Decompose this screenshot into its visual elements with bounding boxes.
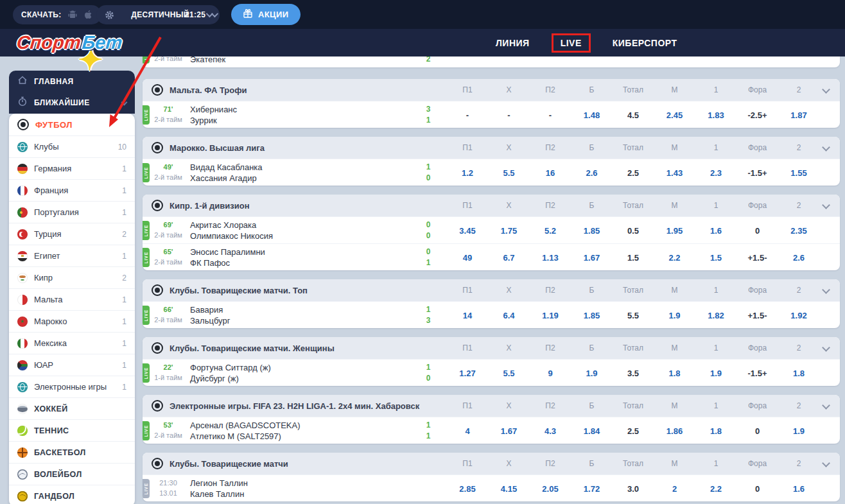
odds-cell[interactable]: 1.84	[571, 426, 613, 436]
time-pill[interactable]: 21:25	[181, 5, 220, 24]
collapse-chevron-icon[interactable]	[822, 286, 830, 294]
sidebar-league-item[interactable]: Марокко1	[9, 311, 135, 333]
sidebar-item-гандбол[interactable]: ГАНДБОЛ	[9, 485, 135, 504]
odds-cell[interactable]: 1.8	[654, 369, 695, 378]
nav-item-линия[interactable]: ЛИНИЯ	[496, 38, 530, 48]
sidebar-league-item[interactable]: Франция1	[9, 180, 135, 202]
odds-cell[interactable]: 9	[530, 369, 571, 378]
odds-cell[interactable]: 2.6	[778, 253, 819, 263]
sidebar-item-волейбол[interactable]: ВОЛЕЙБОЛ	[9, 464, 135, 485]
odds-cell[interactable]: 6.4	[489, 311, 530, 320]
odds-cell[interactable]: 2.6	[571, 168, 613, 178]
odds-cell[interactable]: 1.9	[695, 369, 736, 378]
sidebar-league-item[interactable]: Мальта1	[9, 289, 135, 311]
odds-cell[interactable]: 4	[447, 426, 488, 436]
odds-cell[interactable]: 5.5	[489, 168, 530, 178]
odds-cell[interactable]: 1.95	[654, 226, 695, 236]
team-names[interactable]: Легион ТаллинКалев Таллин	[190, 478, 248, 500]
odds-cell[interactable]: 1.27	[447, 369, 488, 378]
odds-cell[interactable]: 1.6	[695, 226, 736, 236]
league-header[interactable]: Марокко. Высшая лигаП1XП2БТоталМ1Фора2	[143, 137, 840, 159]
odds-cell[interactable]: 1.55	[778, 168, 819, 178]
collapse-chevron-icon[interactable]	[822, 459, 830, 467]
team-names[interactable]: БаварияЗальцбург	[190, 304, 230, 326]
odds-cell[interactable]: 1.8	[778, 369, 819, 378]
sidebar-league-item[interactable]: Мексика1	[9, 333, 135, 354]
sidebar-league-item[interactable]: Клубы10	[9, 136, 135, 158]
sidebar-league-item[interactable]: Египет1	[9, 245, 135, 267]
match-row[interactable]: LIVE71'2-й таймХиберниансЗуррик31---1.48…	[143, 101, 840, 128]
odds-cell[interactable]: 1.86	[654, 426, 695, 436]
match-row[interactable]: LIVE22'1-й таймФортуна Ситтард (ж)Дуйсбу…	[143, 359, 840, 386]
android-icon[interactable]	[67, 10, 78, 20]
odds-cell[interactable]: 1.8	[695, 426, 736, 436]
collapse-chevron-icon[interactable]	[822, 343, 830, 352]
sidebar-item-теннис[interactable]: ТЕННИС	[9, 420, 135, 442]
match-row[interactable]: LIVE53'2-й таймАрсенал (BAGADSCOTEKA)Атл…	[143, 417, 840, 444]
odds-cell[interactable]: 4.15	[489, 484, 530, 494]
download-pill[interactable]: СКАЧАТЬ:	[13, 5, 101, 24]
sidebar-league-item[interactable]: Кипр2	[9, 267, 135, 289]
sidebar-item-football[interactable]: ФУТБОЛ	[9, 114, 135, 136]
odds-cell[interactable]: 1.72	[571, 484, 613, 494]
league-header[interactable]: Клубы. Товарищеские матчи. ТопП1XП2БТота…	[143, 279, 840, 301]
nav-item-киберспорт[interactable]: КИБЕРСПОРТ	[613, 38, 677, 48]
odds-cell[interactable]: 5.5	[489, 369, 530, 378]
odds-cell[interactable]: 1.92	[778, 311, 819, 320]
odds-cell[interactable]: 2	[654, 484, 695, 494]
odds-cell[interactable]: 1.13	[530, 253, 571, 263]
sidebar-item-баскетбол[interactable]: БАСКЕТБОЛ	[9, 442, 135, 464]
odds-cell[interactable]: 1.43	[654, 168, 695, 178]
sidebar-item-ближайшие[interactable]: БЛИЖАЙШИЕ	[9, 92, 135, 113]
odds-cell[interactable]: 2.45	[654, 110, 695, 120]
odds-cell[interactable]: 1.87	[778, 110, 819, 120]
league-header[interactable]: Электронные игры. FIFA 23. H2H LIGA-1. 2…	[143, 395, 840, 417]
team-names[interactable]: Фортуна Ситтард (ж)Дуйсбург (ж)	[190, 362, 271, 384]
odds-cell[interactable]: 5.2	[530, 226, 571, 236]
odds-cell[interactable]: 1.85	[571, 226, 613, 236]
team-names[interactable]: Акритас ХлоракаОлимпиакос Никосия	[190, 220, 273, 241]
collapse-chevron-icon[interactable]	[822, 201, 830, 209]
sportbet-logo[interactable]: ✦СпортБет	[16, 32, 123, 53]
team-names[interactable]: ХиберниансЗуррик	[190, 104, 237, 126]
promotions-button[interactable]: АКЦИИ	[231, 4, 301, 25]
league-header[interactable]: Кипр. 1-й дивизионП1XП2БТоталМ1Фора2	[143, 195, 840, 216]
odds-cell[interactable]: 2.3	[695, 168, 736, 178]
odds-cell[interactable]: 1.85	[571, 311, 613, 320]
sidebar-league-item[interactable]: Португалия1	[9, 202, 135, 223]
sidebar-league-item[interactable]: Германия1	[9, 158, 135, 180]
odds-cell[interactable]: 1.9	[654, 311, 695, 320]
odds-cell[interactable]: 16	[530, 168, 571, 178]
odds-cell[interactable]: 1.6	[778, 484, 819, 494]
odds-cell[interactable]: 1.82	[695, 311, 736, 320]
league-header[interactable]: Мальта. ФА ТрофиП1XП2БТоталМ1Фора2	[143, 79, 840, 101]
match-row[interactable]: LIVE66'2-й таймБаварияЗальцбург13146.41.…	[143, 301, 840, 328]
odds-cell[interactable]: 1.67	[571, 253, 613, 263]
odds-cell[interactable]: 2.05	[530, 484, 571, 494]
sidebar-item-главная[interactable]: ГЛАВНАЯ	[9, 71, 135, 92]
odds-cell[interactable]: 2.2	[654, 253, 695, 263]
sidebar-league-item[interactable]: ЮАР1	[9, 354, 135, 376]
odds-cell[interactable]: 1.19	[530, 311, 571, 320]
team-names[interactable]: Видад КасабланкаХассания Агадир	[190, 162, 263, 184]
odds-cell[interactable]: 1.48	[571, 110, 613, 120]
odds-cell[interactable]: 1.9	[778, 426, 819, 436]
match-row[interactable]: LIVE65'2-й таймЭносис ПаралимниФК Пафос0…	[143, 243, 840, 270]
sidebar-league-item[interactable]: Турция2	[9, 223, 135, 245]
odds-cell[interactable]: 2.85	[447, 484, 488, 494]
collapse-chevron-icon[interactable]	[822, 401, 830, 410]
odds-cell[interactable]: 1.9	[571, 369, 613, 378]
odds-cell[interactable]: 1.2	[447, 168, 488, 178]
team-names[interactable]: Эносис ПаралимниФК Пафос	[190, 247, 265, 268]
odds-cell[interactable]: 2.2	[695, 484, 736, 494]
odds-cell[interactable]: 49	[447, 253, 488, 263]
nav-item-live[interactable]: LIVE	[552, 33, 591, 53]
league-header[interactable]: Клубы. Товарищеские матчиП1XП2БТоталМ1Фо…	[143, 453, 840, 474]
odds-cell[interactable]: 1.5	[695, 253, 736, 263]
odds-cell[interactable]: 3.45	[447, 226, 488, 236]
odds-cell[interactable]: 2.35	[778, 226, 819, 236]
team-names[interactable]: Арсенал (BAGADSCOTEKA)Атлетико М (SALT25…	[190, 420, 301, 442]
collapse-chevron-icon[interactable]	[822, 85, 830, 94]
match-row[interactable]: LIVE49'2-й таймВидад КасабланкаХассания …	[143, 159, 840, 186]
match-row[interactable]: LIVE69'2-й таймАкритас ХлоракаОлимпиакос…	[143, 216, 840, 243]
